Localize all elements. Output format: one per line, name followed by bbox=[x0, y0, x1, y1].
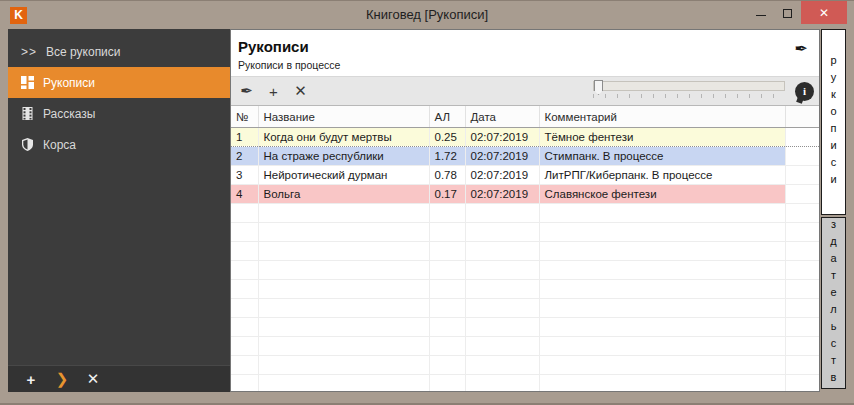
empty-cell bbox=[258, 355, 429, 374]
cell-num[interactable]: 1 bbox=[231, 127, 258, 146]
sidebar-items: >> Все рукописи Рукописи bbox=[8, 29, 230, 160]
zoom-slider[interactable] bbox=[593, 81, 785, 98]
table-row[interactable]: 4Вольга0.1702:07:2019Славянское фентези bbox=[231, 184, 819, 203]
empty-cell bbox=[429, 355, 465, 374]
empty-cell bbox=[231, 241, 258, 260]
empty-cell bbox=[258, 222, 429, 241]
column-header-comment[interactable]: Комментарий bbox=[539, 106, 785, 127]
empty-cell bbox=[231, 222, 258, 241]
empty-cell bbox=[429, 317, 465, 336]
cell-num[interactable]: 3 bbox=[231, 165, 258, 184]
delete-button[interactable]: ✕ bbox=[82, 370, 104, 388]
cell-comment[interactable]: Славянское фентези bbox=[539, 184, 785, 203]
pen-icon[interactable]: ✒ bbox=[795, 39, 808, 58]
close-button[interactable]: ✕ bbox=[801, 1, 847, 24]
empty-cell bbox=[465, 260, 539, 279]
cell-title[interactable]: На страже республики bbox=[258, 146, 429, 165]
empty-cell bbox=[258, 317, 429, 336]
empty-cell bbox=[429, 203, 465, 222]
empty-table-row bbox=[231, 374, 819, 391]
app-icon: K bbox=[10, 7, 27, 24]
double-chevron-icon: >> bbox=[21, 45, 37, 59]
column-header-date[interactable]: Дата bbox=[465, 106, 539, 127]
open-button[interactable]: ❯ bbox=[51, 370, 73, 388]
maximize-button[interactable] bbox=[774, 1, 801, 22]
sidebar: >> Все рукописи Рукописи bbox=[8, 29, 230, 392]
column-header-num[interactable]: № bbox=[231, 106, 258, 127]
column-header-al[interactable]: АЛ bbox=[429, 106, 465, 127]
empty-cell bbox=[429, 241, 465, 260]
cell-num[interactable]: 4 bbox=[231, 184, 258, 203]
column-header-filler bbox=[785, 106, 819, 127]
minimize-button[interactable] bbox=[747, 1, 774, 22]
empty-table-row bbox=[231, 298, 819, 317]
cell-comment[interactable]: Стимпанк. В процессе bbox=[539, 146, 785, 165]
empty-cell bbox=[539, 222, 785, 241]
cell-date[interactable]: 02:07:2019 bbox=[465, 184, 539, 203]
empty-cell bbox=[785, 203, 819, 222]
empty-cell bbox=[429, 222, 465, 241]
cell-date[interactable]: 02:07:2019 bbox=[465, 165, 539, 184]
empty-cell bbox=[539, 374, 785, 391]
empty-cell bbox=[465, 374, 539, 391]
cell-al[interactable]: 0.17 bbox=[429, 184, 465, 203]
window-content: >> Все рукописи Рукописи bbox=[8, 29, 846, 392]
grid-icon bbox=[21, 76, 34, 89]
table-body: 1Когда они будут мертвы0.2502:07:2019Тём… bbox=[231, 127, 819, 391]
table-row[interactable]: 2На страже республики1.7202:07:2019Стимп… bbox=[231, 146, 819, 165]
add-button[interactable]: + bbox=[20, 371, 42, 388]
empty-cell bbox=[429, 279, 465, 298]
sidebar-item-all-manuscripts[interactable]: >> Все рукописи bbox=[8, 36, 230, 67]
add-record-button[interactable]: + bbox=[265, 83, 282, 100]
empty-cell bbox=[258, 374, 429, 391]
cell-title[interactable]: Нейротический дурман bbox=[258, 165, 429, 184]
empty-cell bbox=[258, 279, 429, 298]
empty-cell bbox=[231, 260, 258, 279]
cell-title[interactable]: Когда они будут мертвы bbox=[258, 127, 429, 146]
empty-cell bbox=[429, 298, 465, 317]
window-controls: ✕ bbox=[747, 1, 847, 24]
slider-track[interactable] bbox=[593, 81, 785, 91]
empty-cell bbox=[231, 203, 258, 222]
table-row[interactable]: 3Нейротический дурман0.7802:07:2019ЛитРП… bbox=[231, 165, 819, 184]
cell-al[interactable]: 0.78 bbox=[429, 165, 465, 184]
empty-cell bbox=[465, 355, 539, 374]
empty-cell bbox=[465, 317, 539, 336]
empty-cell bbox=[231, 355, 258, 374]
title-bar[interactable]: K Книговед [Рукописи] ✕ bbox=[0, 1, 854, 29]
edit-button[interactable]: ✒ bbox=[238, 82, 255, 100]
empty-table-row bbox=[231, 336, 819, 355]
cell-comment[interactable]: Тёмное фентези bbox=[539, 127, 785, 146]
info-icon[interactable]: i bbox=[795, 82, 814, 101]
right-tab-strip: рукописи издательства bbox=[821, 29, 846, 392]
cell-num[interactable]: 2 bbox=[231, 146, 258, 165]
empty-cell bbox=[465, 222, 539, 241]
table-row[interactable]: 1Когда они будут мертвы0.2502:07:2019Тём… bbox=[231, 127, 819, 146]
delete-record-button[interactable]: ✕ bbox=[292, 82, 309, 100]
cell-al[interactable]: 1.72 bbox=[429, 146, 465, 165]
cell-al[interactable]: 0.25 bbox=[429, 127, 465, 146]
sidebar-item-stories[interactable]: Рассказы bbox=[8, 98, 230, 129]
column-header-title[interactable]: Название bbox=[258, 106, 429, 127]
cell-comment[interactable]: ЛитРПГ/Киберпанк. В процессе bbox=[539, 165, 785, 184]
empty-cell bbox=[258, 241, 429, 260]
sidebar-item-korsa[interactable]: Корса bbox=[8, 129, 230, 160]
cell-date[interactable]: 02:07:2019 bbox=[465, 127, 539, 146]
empty-cell bbox=[429, 260, 465, 279]
main-toolbar: ✒ + ✕ i bbox=[231, 76, 819, 106]
empty-cell bbox=[465, 336, 539, 355]
empty-cell bbox=[539, 260, 785, 279]
panel-header: Рукописи Рукописи в процессе bbox=[231, 30, 819, 76]
empty-cell bbox=[465, 279, 539, 298]
tab-publishers[interactable]: издательства bbox=[821, 217, 846, 389]
empty-cell bbox=[785, 222, 819, 241]
cell-date[interactable]: 02:07:2019 bbox=[465, 146, 539, 165]
sidebar-item-manuscripts[interactable]: Рукописи bbox=[8, 67, 230, 98]
tab-manuscripts[interactable]: рукописи bbox=[821, 29, 846, 215]
sidebar-item-label: Корса bbox=[43, 138, 76, 152]
cell-title[interactable]: Вольга bbox=[258, 184, 429, 203]
empty-table-row bbox=[231, 355, 819, 374]
slider-area: i bbox=[593, 82, 814, 101]
empty-cell bbox=[785, 336, 819, 355]
slider-thumb[interactable] bbox=[594, 80, 603, 95]
